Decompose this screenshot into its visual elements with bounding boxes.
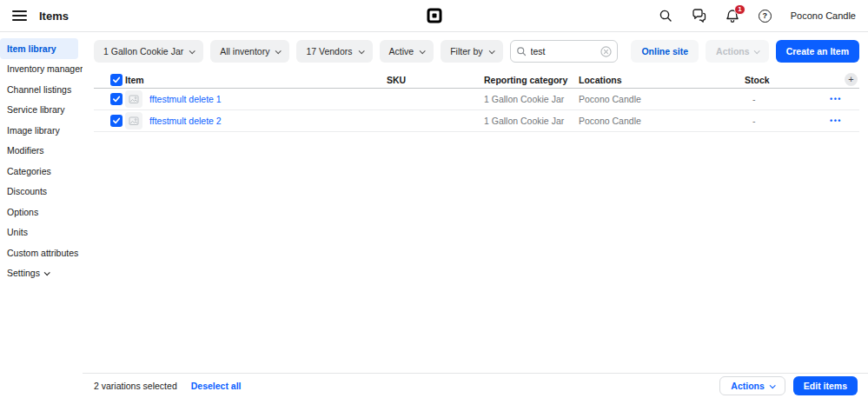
column-header-locations[interactable]: Locations (579, 75, 745, 85)
sidebar-item-service-library[interactable]: Service library (0, 100, 78, 121)
row-menu-icon[interactable]: ••• (830, 117, 842, 125)
stock-cell: - (745, 94, 814, 104)
header-checkbox-cell (94, 74, 125, 86)
footer-actions-dropdown-button[interactable]: Actions (719, 376, 785, 395)
create-item-button[interactable]: Create an Item (776, 40, 859, 63)
row-checkbox[interactable] (110, 115, 123, 127)
sidebar-item-custom-attributes[interactable]: Custom attributes (0, 242, 78, 263)
clear-search-icon[interactable] (600, 46, 612, 57)
header-actions: Online site Actions Create an Item (631, 40, 859, 63)
item-name-link[interactable]: fftestmult delete 1 (149, 94, 222, 104)
row-checkbox[interactable] (110, 93, 123, 105)
chevron-down-icon (275, 48, 282, 54)
item-image-placeholder-icon (125, 90, 142, 108)
sidebar-item-channel-listings[interactable]: Channel listings (0, 79, 78, 100)
chevron-down-icon (769, 382, 775, 388)
online-site-button[interactable]: Online site (631, 40, 699, 63)
filter-by-dropdown[interactable]: Filter by (441, 40, 502, 63)
column-header-reporting-category[interactable]: Reporting category (484, 75, 579, 85)
chevron-down-icon (488, 48, 494, 54)
row-menu-icon[interactable]: ••• (830, 96, 842, 103)
account-menu[interactable]: Pocono Candle (791, 10, 856, 21)
items-search-box (510, 40, 618, 63)
page-title: Items (39, 10, 69, 23)
table-row[interactable]: fftestmult delete 2 1 Gallon Cookie Jar … (94, 110, 859, 132)
topbar-right: 1 ? Pocono Candle (659, 9, 856, 23)
footer-actions: Actions Edit items (719, 376, 858, 395)
sidebar-item-options[interactable]: Options (0, 202, 78, 222)
filter-category-dropdown[interactable]: 1 Gallon Cookie Jar (94, 40, 203, 63)
filter-vendors-dropdown[interactable]: 17 Vendors (296, 40, 372, 63)
item-image-placeholder-icon (125, 112, 142, 129)
item-cell: fftestmult delete 1 (125, 90, 387, 108)
selection-count-text: 2 variations selected (94, 381, 177, 391)
messages-icon[interactable] (692, 9, 706, 23)
row-actions-cell: ••• (814, 96, 859, 103)
reporting-category-cell: 1 Gallon Cookie Jar (484, 116, 579, 126)
item-name-link[interactable]: fftestmult delete 2 (149, 116, 222, 126)
select-all-checkbox[interactable] (110, 74, 123, 86)
row-actions-cell: ••• (814, 117, 859, 125)
help-icon[interactable]: ? (759, 10, 772, 23)
sidebar-item-image-library[interactable]: Image library (0, 120, 78, 141)
chevron-down-icon (44, 269, 50, 275)
actions-dropdown-button[interactable]: Actions (706, 40, 769, 63)
column-header-stock[interactable]: Stock (745, 75, 814, 85)
sidebar-item-item-library[interactable]: Item library (0, 38, 78, 59)
sidebar: Item library Inventory management Channe… (0, 33, 83, 398)
stock-cell: - (745, 116, 814, 126)
search-icon[interactable] (659, 9, 673, 23)
hamburger-menu-icon[interactable] (12, 10, 27, 21)
notification-badge: 1 (734, 4, 745, 15)
sidebar-item-inventory-management[interactable]: Inventory management (0, 59, 78, 80)
column-header-sku[interactable]: SKU (387, 75, 484, 85)
square-logo-icon (427, 9, 441, 23)
items-page: Items 1 (0, 0, 868, 398)
filter-inventory-dropdown[interactable]: All inventory (210, 40, 289, 63)
reporting-category-cell: 1 Gallon Cookie Jar (484, 94, 579, 104)
sidebar-item-modifiers[interactable]: Modifiers (0, 141, 78, 162)
row-checkbox-cell (94, 115, 125, 127)
edit-items-button[interactable]: Edit items (793, 376, 858, 395)
top-bar: Items 1 (0, 0, 868, 32)
row-checkbox-cell (94, 93, 125, 105)
main-content: 1 Gallon Cookie Jar All inventory 17 Ven… (83, 33, 868, 373)
table-header-row: Item SKU Reporting category Locations St… (94, 71, 859, 89)
chevron-down-icon (753, 48, 759, 54)
locations-cell: Pocono Candle (579, 116, 745, 126)
add-column-icon[interactable]: + (845, 73, 858, 86)
topbar-center (427, 9, 441, 23)
search-icon (516, 46, 527, 56)
items-table: Item SKU Reporting category Locations St… (94, 71, 859, 132)
column-header-item[interactable]: Item (125, 75, 387, 85)
notifications-bell-icon[interactable]: 1 (726, 9, 739, 23)
search-input[interactable] (531, 46, 600, 56)
chevron-down-icon (189, 48, 195, 54)
sidebar-item-categories[interactable]: Categories (0, 161, 78, 182)
selection-footer-bar: 2 variations selected Deselect all Actio… (83, 373, 868, 398)
chevron-down-icon (358, 48, 364, 54)
sidebar-item-discounts[interactable]: Discounts (0, 182, 78, 202)
table-row[interactable]: fftestmult delete 1 1 Gallon Cookie Jar … (94, 89, 859, 110)
sidebar-item-settings[interactable]: Settings (0, 263, 78, 284)
header-add-column-cell: + (814, 73, 859, 86)
locations-cell: Pocono Candle (579, 94, 745, 104)
item-cell: fftestmult delete 2 (125, 112, 387, 129)
filter-status-dropdown[interactable]: Active (380, 40, 434, 63)
sidebar-item-units[interactable]: Units (0, 222, 78, 243)
filter-bar: 1 Gallon Cookie Jar All inventory 17 Ven… (94, 40, 859, 63)
chevron-down-icon (420, 48, 426, 54)
deselect-all-link[interactable]: Deselect all (191, 381, 242, 391)
topbar-left: Items (12, 10, 69, 23)
